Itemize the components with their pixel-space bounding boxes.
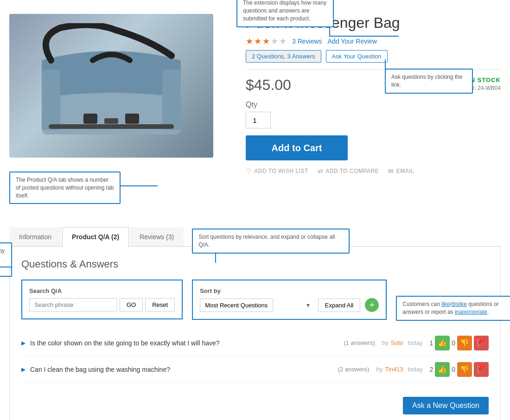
like-link[interactable]: like — [441, 301, 450, 307]
question-1-dislike-count: 0 — [452, 339, 455, 347]
question-1-report-button[interactable]: 🚩 — [474, 336, 489, 350]
qa-title: Questions & Answers — [21, 258, 489, 270]
sort-qa-box: Sort by Most Recent Questions Most Answe… — [192, 280, 387, 320]
customers-tooltip-area: Customers can like/dislike questions or … — [396, 280, 510, 321]
question-1-like-count: 1 — [429, 339, 433, 347]
compare-label: ADD TO COMPARE — [325, 168, 379, 174]
sort-wrapper: Sort questions by relevance, and expand … — [192, 280, 387, 321]
add-question-plus-button[interactable]: + — [365, 298, 379, 312]
question-1-votes: 1 👍 0 👎 🚩 — [429, 336, 489, 350]
tooltip-search: Search questions and answers by text. — [0, 242, 12, 267]
questions-badge[interactable]: 2 Questions, 3 Answers — [246, 50, 321, 63]
heart-icon: ♡ — [246, 167, 252, 175]
star-4: ★ — [271, 36, 278, 46]
question-2-like-count: 2 — [429, 366, 433, 373]
tooltip-ask-link: Ask questions by clicking the link. — [385, 69, 473, 94]
question-2-dislike-button[interactable]: 👎 — [457, 362, 472, 377]
svg-rect-1 — [83, 114, 97, 124]
question-1-text: Is the color shown on the site going to … — [30, 339, 337, 347]
ratings-row: ★ ★ ★ ★ ★ 3 Reviews Add Your Review — [246, 36, 501, 46]
add-review-link[interactable]: Add Your Review — [328, 38, 377, 45]
reset-button[interactable]: Reset — [145, 298, 175, 312]
tab-product-qa[interactable]: Product Q/A (2) — [62, 227, 129, 247]
question-1-dislike-button[interactable]: 👎 — [457, 336, 472, 350]
search-qa-wrapper: Search questions and answers by text. Se… — [21, 280, 183, 321]
tabs-section: Information Product Q/A (2) Reviews (3) … — [9, 227, 501, 420]
email-label: EMAIL — [396, 168, 414, 174]
question-2-report-button[interactable]: 🚩 — [474, 362, 489, 377]
wish-list-label: ADD TO WISH LIST — [255, 168, 308, 174]
tooltip-search-wrapper: Search questions and answers by text. — [0, 242, 12, 267]
qa-section: Questions & Answers Search questions and… — [9, 247, 501, 420]
email-action[interactable]: ✉ EMAIL — [388, 167, 414, 175]
add-to-cart-button[interactable]: Add to Cart — [246, 135, 348, 160]
wish-list-action[interactable]: ♡ ADD TO WISH LIST — [246, 167, 308, 175]
ask-new-wrapper: Ask a New Question — [21, 390, 489, 414]
question-2-answers-count: (2 answers) — [338, 366, 370, 373]
sort-label: Sort by — [200, 287, 379, 294]
expand-all-button[interactable]: Expand All — [318, 299, 360, 312]
sort-select-wrapper: Most Recent Questions Most Answered Rele… — [200, 299, 313, 312]
tooltip-customers: Customers can like/dislike questions or … — [396, 296, 510, 321]
question-1-author: Soto — [391, 339, 403, 346]
question-2-like-button[interactable]: 👍 — [435, 362, 450, 377]
svg-rect-3 — [104, 118, 118, 124]
email-icon: ✉ — [388, 167, 394, 175]
inappropriate-link[interactable]: inappropriate — [455, 309, 487, 315]
sort-row: Most Recent Questions Most Answered Rele… — [200, 298, 379, 312]
star-2: ★ — [254, 36, 261, 46]
qty-input[interactable]: 1 — [246, 112, 271, 128]
question-2-by: by — [376, 366, 383, 373]
svg-rect-6 — [49, 124, 174, 129]
question-2-dislike-count: 0 — [452, 366, 455, 373]
question-2-author: Tin413 — [385, 366, 403, 373]
ask-question-button[interactable]: Ask Your Question — [326, 50, 388, 63]
question-1-date: today — [408, 339, 423, 346]
qty-label: Qty — [246, 101, 501, 109]
tooltip-sort-wrapper: Sort questions by relevance, and expand … — [192, 229, 350, 254]
product-image — [9, 14, 213, 158]
tooltip-sort: Sort questions by relevance, and expand … — [192, 229, 350, 254]
question-1-by: by — [382, 339, 389, 346]
tab-reviews[interactable]: Reviews (3) — [130, 227, 184, 246]
compare-icon: ⇄ — [318, 167, 324, 175]
sku-value: 24-WB04 — [478, 85, 501, 91]
question-item-1: ▶ Is the color shown on the site going t… — [21, 330, 489, 356]
search-qa-box: Search Q/A GO Reset — [21, 280, 183, 319]
product-section: The Product Q/A tab shows a number of po… — [9, 5, 501, 213]
tooltip-tab: The Product Q/A tab shows a number of po… — [9, 172, 121, 204]
product-info-col: Push It Messenger Bag ★ ★ ★ ★ ★ 3 Review… — [246, 14, 501, 204]
search-input[interactable] — [29, 298, 117, 312]
reviews-link[interactable]: 3 Reviews — [292, 38, 322, 45]
question-2-date: today — [408, 366, 423, 373]
go-button[interactable]: GO — [120, 298, 143, 312]
svg-rect-2 — [125, 114, 139, 124]
qty-row: Qty 1 — [246, 101, 501, 128]
actions-row: ♡ ADD TO WISH LIST ⇄ ADD TO COMPARE ✉ EM… — [246, 167, 501, 175]
tooltip-extension: The extension displays how many question… — [236, 0, 334, 27]
product-image-col: The Product Q/A tab shows a number of po… — [9, 14, 232, 204]
question-item-2: ▶ Can I clean the bag using the washing … — [21, 356, 489, 383]
question-1-answers-count: (1 answers) — [344, 339, 375, 346]
search-qa-label: Search Q/A — [29, 287, 175, 294]
product-price: $45.00 — [246, 76, 291, 94]
compare-action[interactable]: ⇄ ADD TO COMPARE — [318, 167, 379, 175]
question-1-expand-arrow[interactable]: ▶ — [21, 340, 26, 346]
question-1-like-button[interactable]: 👍 — [435, 336, 450, 350]
ask-new-question-button[interactable]: Ask a New Question — [403, 397, 489, 414]
questions-list: ▶ Is the color shown on the site going t… — [21, 330, 489, 383]
qa-controls: Search questions and answers by text. Se… — [21, 280, 489, 321]
questions-row: The extension displays how many question… — [246, 50, 501, 63]
question-2-expand-arrow[interactable]: ▶ — [21, 366, 26, 373]
svg-rect-5 — [162, 70, 181, 130]
question-2-text: Can I clean the bag using the washing ma… — [30, 366, 331, 373]
dislike-link[interactable]: dislike — [452, 301, 467, 307]
sort-select[interactable]: Most Recent Questions Most Answered Rele… — [200, 299, 273, 312]
tab-information[interactable]: Information — [9, 227, 61, 246]
star-rating: ★ ★ ★ ★ ★ — [246, 36, 287, 46]
star-3: ★ — [262, 36, 270, 46]
svg-rect-4 — [42, 70, 60, 130]
search-qa-inputs: GO Reset — [29, 298, 175, 312]
star-5: ★ — [279, 36, 287, 46]
star-1: ★ — [246, 36, 253, 46]
